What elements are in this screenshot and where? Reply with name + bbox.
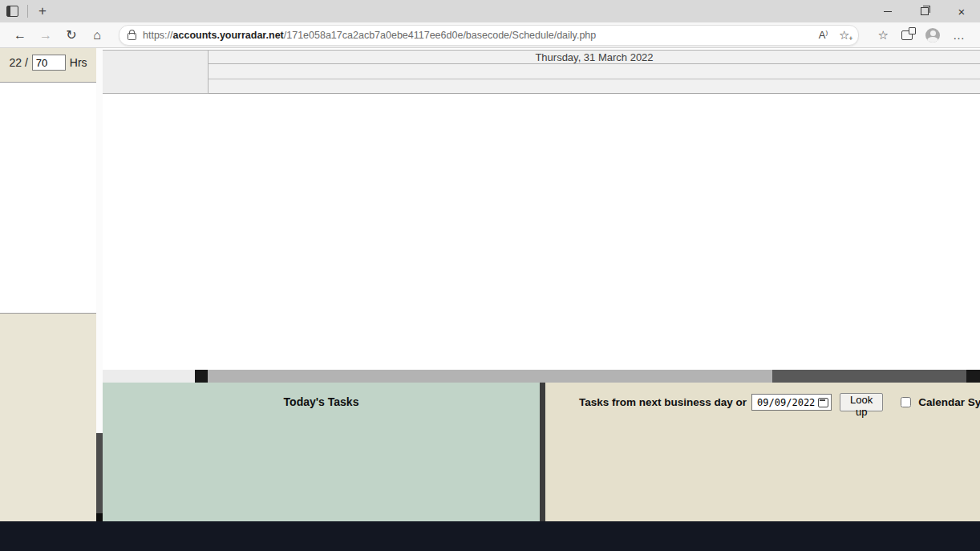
restore-button[interactable]	[906, 0, 943, 22]
tab-actions-button[interactable]	[0, 0, 24, 22]
more-menu-icon[interactable]: …	[953, 28, 966, 42]
tab-actions-icon	[6, 6, 18, 17]
browser-toolbar: ← → ↻ ⌂ https://accounts.yourradar.net/1…	[0, 22, 980, 48]
schedule-corner	[103, 50, 209, 94]
daily-schedule: Thursday, 31 March 2022	[103, 50, 980, 346]
browser-tab-strip: + ×	[0, 0, 980, 22]
hscroll-track-mid	[208, 370, 772, 383]
url-bar[interactable]: https://accounts.yourradar.net/171e058a1…	[119, 25, 859, 46]
vertical-scrollbar-thumb[interactable]	[96, 433, 103, 513]
favorites-hub-icon[interactable]: ☆	[878, 29, 889, 41]
hours-unit-label: Hrs	[70, 56, 87, 69]
date-picker-icon[interactable]	[818, 398, 828, 407]
sidebar: 22 / Hrs	[0, 48, 96, 521]
lock-icon	[128, 33, 136, 40]
home-button[interactable]: ⌂	[85, 25, 109, 46]
new-tab-button[interactable]: +	[31, 0, 54, 22]
hscroll-end-cap	[966, 370, 980, 383]
windows-taskbar	[0, 521, 980, 551]
hscroll-track-left	[103, 370, 195, 383]
next-day-label: Tasks from next business day or	[579, 396, 747, 408]
screen: + × ← → ↻ ⌂ https://accounts.yourradar.n…	[0, 0, 980, 551]
page-content: 22 / Hrs Thursday, 31 March 2022	[0, 48, 980, 521]
minimize-icon	[884, 11, 892, 12]
profile-avatar[interactable]	[925, 28, 940, 43]
lookup-button[interactable]: Look up	[840, 393, 883, 411]
date-field-wrap	[751, 394, 832, 411]
close-button[interactable]: ×	[943, 0, 980, 22]
hscroll-segment-dark	[772, 370, 966, 383]
hours-input[interactable]	[32, 55, 66, 71]
horizontal-scrollbar[interactable]	[103, 370, 980, 383]
toolbar-right: ☆ …	[872, 28, 972, 43]
calendar-panel	[0, 82, 96, 314]
hours-summary: 22 / Hrs	[0, 55, 96, 71]
hours-used-label: 22 /	[9, 56, 27, 69]
window-controls: ×	[869, 0, 980, 22]
scheduler-main: Thursday, 31 March 2022 Today's Tasks	[103, 48, 980, 521]
minimize-button[interactable]	[869, 0, 906, 22]
todays-tasks-title: Today's Tasks	[103, 395, 540, 408]
vertical-scrollbar-end	[96, 513, 103, 521]
todays-tasks-panel: Today's Tasks	[103, 383, 540, 521]
vertical-scrollbar[interactable]	[96, 48, 103, 521]
hscroll-thumb[interactable]	[195, 370, 208, 383]
back-button[interactable]: ←	[8, 25, 32, 46]
collections-icon[interactable]	[901, 30, 913, 40]
bottom-panels: Today's Tasks Tasks from next business d…	[103, 383, 980, 521]
read-aloud-icon[interactable]: A)	[819, 29, 828, 41]
hour-header-row	[209, 64, 980, 79]
schedule-date-title: Thursday, 31 March 2022	[209, 50, 980, 64]
tab-separator	[27, 5, 28, 18]
next-day-tasks-panel: Tasks from next business day or Look up …	[545, 383, 980, 521]
forward-button[interactable]: →	[34, 25, 58, 46]
quarter-header-row	[209, 79, 980, 94]
calendar-synch-label: Calendar Synch	[918, 396, 980, 408]
url-text: https://accounts.yourradar.net/171e058a1…	[143, 30, 596, 41]
add-favorite-icon[interactable]: ☆+	[839, 29, 849, 41]
calendar-synch-checkbox[interactable]	[901, 397, 911, 407]
refresh-button[interactable]: ↻	[59, 25, 83, 46]
panel-divider	[540, 383, 545, 521]
restore-icon	[921, 7, 929, 15]
